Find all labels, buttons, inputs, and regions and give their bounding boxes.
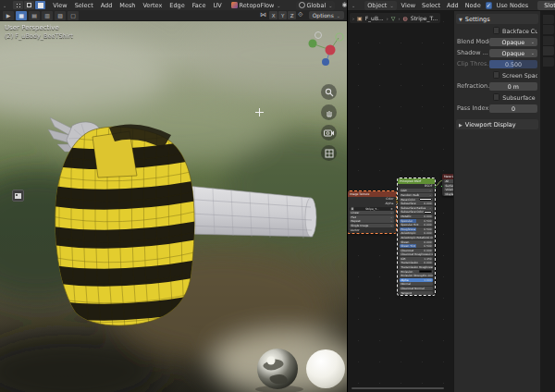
settings-checkbox[interactable]	[493, 93, 500, 101]
node-property-row[interactable]: Clearcoat Normal	[400, 287, 433, 290]
axis-toggle[interactable]: Z	[288, 11, 296, 19]
node-input-row[interactable]: All	[444, 179, 453, 183]
base-color-input-socket[interactable]	[396, 201, 399, 203]
menu-item[interactable]: Select	[422, 2, 440, 9]
node-property-row[interactable]: Transmission0.000	[400, 261, 433, 264]
editor-type-dropdown[interactable]: ⌄	[352, 3, 355, 8]
node-property-row[interactable]: Emission Strength1.000	[400, 274, 433, 277]
options-dropdown[interactable]: Options⌄	[309, 11, 344, 19]
node-dropdown[interactable]: Single Image	[350, 224, 394, 227]
node-title[interactable]: Material Output	[442, 174, 453, 179]
bsdf-output[interactable]: BSDF	[398, 184, 435, 189]
use-nodes-checkbox[interactable]: ✓	[486, 2, 492, 9]
node-property-row[interactable]: Random Walk	[400, 193, 433, 197]
node-property-row[interactable]: Specular Tint0.000	[400, 223, 433, 227]
node-property-row[interactable]: IOR1.450	[400, 257, 433, 261]
sidebar-tab[interactable]	[543, 25, 554, 34]
menu-item[interactable]: View	[401, 2, 415, 9]
node-property-row[interactable]: Anisotropic0.000	[400, 231, 433, 235]
tool-icon-3[interactable]: ▥	[42, 11, 53, 20]
perspective-toggle-button[interactable]	[321, 145, 337, 161]
edge-select-button[interactable]	[24, 1, 34, 9]
sidebar-tab[interactable]	[543, 36, 554, 45]
node-property-row[interactable]: Transmission Roughness0.000	[400, 265, 433, 269]
3d-viewport[interactable]: ⌄ ViewSelectAddMeshVertexEdgeFaceUV Reto…	[0, 0, 348, 392]
viewport-floating-button[interactable]	[12, 190, 24, 202]
tool-cursor-button[interactable]: ▶	[3, 11, 14, 20]
tool-icon-4[interactable]: ▨	[55, 11, 66, 20]
surface-input-socket[interactable]	[440, 185, 443, 188]
settings-widget[interactable]: 0.500	[489, 60, 537, 68]
breadcrumb-material[interactable]: Stripe_T...	[411, 15, 438, 21]
snap-falloff-icon[interactable]: ⟐	[298, 12, 303, 18]
image-selector[interactable]: 🖼Stripe_T...✕	[350, 207, 394, 211]
tool-icon-2[interactable]: ▤	[29, 11, 40, 20]
node-property-row[interactable]: Sheen Tint0.500	[400, 244, 433, 248]
viewport-display-panel-header[interactable]: ▶ Viewport Display	[456, 119, 538, 129]
node-input-row[interactable]: Surface	[444, 184, 453, 188]
node-input-row[interactable]: Displacement	[444, 192, 453, 196]
node-property-row[interactable]: Clearcoat0.000	[400, 249, 433, 252]
node-property-row[interactable]: Subsurface Radius	[400, 206, 433, 210]
settings-widget[interactable]: 0 m	[489, 82, 537, 91]
pivot-point-dropdown[interactable]: ◉⌄	[341, 2, 347, 8]
node-property-row[interactable]: Anisotropic Rotation0.000	[400, 236, 433, 239]
node-dropdown[interactable]: Flat	[350, 215, 394, 219]
node-property-row[interactable]: Metallic0.000	[400, 214, 433, 218]
node-output[interactable]: Alpha	[348, 202, 396, 206]
menu-item[interactable]: View	[53, 2, 67, 9]
menu-item[interactable]: Face	[192, 2, 206, 9]
node-dropdown[interactable]: Repeat	[350, 219, 394, 223]
node-canvas[interactable]: › ▣ F_uB... › ▽ › ◍ Stripe_T... Image Te…	[348, 11, 453, 392]
image-texture-node[interactable]: Image Texture ColorAlpha 🖼Stripe_T...✕ L…	[348, 191, 396, 233]
transform-orientation-dropdown[interactable]: Global⌄	[296, 1, 336, 10]
menu-item[interactable]: Node	[465, 2, 481, 9]
node-dropdown[interactable]: Linear	[350, 211, 394, 214]
material-slot-button[interactable]: Slot 1	[537, 1, 555, 10]
retopoflow-menu[interactable]: RetopoFlow⌄	[228, 1, 284, 10]
editor-type-dropdown[interactable]: ⌄	[3, 3, 6, 8]
sidebar-tab[interactable]	[543, 46, 554, 55]
settings-widget[interactable]: 0	[489, 104, 537, 113]
node-property-row[interactable]: Emission	[400, 270, 433, 274]
menu-item[interactable]: Mesh	[119, 2, 135, 9]
camera-view-button[interactable]	[321, 125, 337, 141]
shader-type-dropdown[interactable]: Object⌄	[364, 1, 396, 10]
menu-item[interactable]: UV	[213, 2, 221, 9]
face-select-button[interactable]	[35, 1, 45, 9]
menu-item[interactable]: Add	[447, 2, 459, 9]
vertex-select-button[interactable]	[13, 1, 23, 9]
menu-item[interactable]: Add	[101, 2, 113, 9]
sidebar-tab[interactable]	[543, 57, 554, 67]
principled-bsdf-node[interactable]: Principled BSDF BSDF GGX Random Walk Bas…	[398, 178, 435, 295]
node-property-row[interactable]: Tangent	[400, 291, 433, 295]
node-property-row[interactable]: Subsurface Color	[400, 210, 433, 214]
tool-select-box-button[interactable]: ▦	[16, 11, 27, 20]
settings-checkbox[interactable]	[493, 71, 500, 79]
menu-item[interactable]: Select	[75, 2, 93, 9]
settings-widget[interactable]: Opaque	[489, 49, 537, 57]
node-input-vector[interactable]: Vector	[348, 228, 396, 233]
axis-toggle[interactable]: Y	[278, 11, 287, 19]
node-property-row[interactable]: Specular0.500	[400, 219, 433, 223]
material-output-node[interactable]: Material Output AllSurfaceVolumeDisplace…	[442, 174, 453, 196]
axis-toggle[interactable]: X	[269, 11, 278, 19]
node-property-row[interactable]: Clearcoat Roughness0.030	[400, 252, 433, 256]
settings-panel-header[interactable]: ▼ Settings	[456, 14, 538, 24]
node-property-row[interactable]: Normal	[400, 282, 433, 286]
bsdf-output-socket[interactable]	[434, 186, 437, 189]
breadcrumb-object[interactable]: F_uB...	[365, 15, 384, 21]
node-property-row[interactable]: Sheen0.000	[400, 240, 433, 244]
zoom-button[interactable]	[321, 84, 337, 100]
pan-button[interactable]	[321, 104, 337, 120]
node-property-row[interactable]: Base Color	[400, 198, 433, 202]
node-property-row[interactable]: Roughness0.500	[400, 227, 433, 231]
menu-item[interactable]: Vertex	[142, 2, 162, 9]
tool-icon-5[interactable]: ▢	[68, 11, 79, 20]
node-property-row[interactable]: Subsurface0.000	[400, 202, 433, 205]
node-property-row[interactable]: Alpha1.000	[400, 278, 433, 282]
node-input-row[interactable]: Volume	[444, 188, 453, 191]
settings-checkbox[interactable]	[493, 27, 500, 34]
settings-widget[interactable]: Opaque	[489, 38, 537, 46]
sidebar-tab[interactable]	[543, 15, 554, 24]
